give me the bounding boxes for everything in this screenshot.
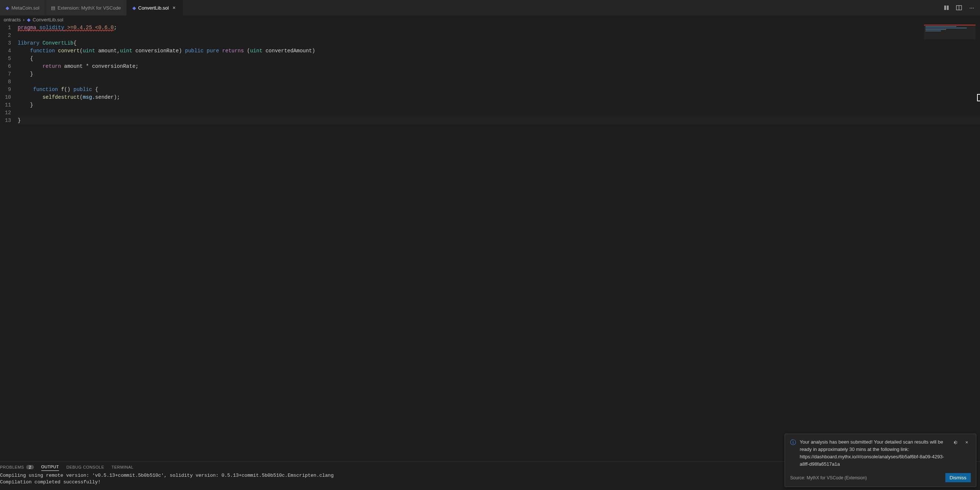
tab-extension[interactable]: ▤ Extension: MythX for VSCode [45, 0, 127, 16]
tabs-bar: ◆ MetaCoin.sol ▤ Extension: MythX for VS… [0, 0, 980, 16]
split-editor-icon[interactable] [955, 4, 963, 12]
ethereum-icon: ◆ [6, 5, 9, 11]
tab-output[interactable]: OUTPUT [41, 465, 59, 471]
editor[interactable]: 1 2 3 4 5 6 7 8 9 10 11 12 13 pragma sol… [0, 24, 980, 461]
breadcrumb-folder: ontracts [4, 17, 21, 22]
close-icon[interactable]: × [963, 438, 971, 447]
notification-source: Source: MythX for VSCode (Extension) [790, 474, 867, 482]
preview-icon: ▤ [51, 5, 55, 11]
notification-message: Your analysis has been submitted! Your d… [800, 438, 947, 468]
tab-label: Extension: MythX for VSCode [57, 5, 121, 11]
tab-metacoin[interactable]: ◆ MetaCoin.sol [0, 0, 45, 16]
tab-debug-console[interactable]: DEBUG CONSOLE [66, 465, 104, 471]
compare-icon[interactable] [942, 4, 950, 12]
breadcrumb[interactable]: ontracts › ◆ ConvertLib.sol [0, 16, 980, 24]
notification-toast: ⓘ Your analysis has been submitted! Your… [784, 434, 976, 487]
dismiss-button[interactable]: Dismiss [945, 473, 971, 482]
info-icon: ⓘ [790, 439, 796, 468]
ethereum-icon: ◆ [27, 17, 30, 22]
chevron-right-icon: › [23, 17, 24, 22]
tab-label: MetaCoin.sol [11, 5, 40, 11]
collapse-indicator-icon[interactable] [977, 94, 980, 101]
gear-icon[interactable] [951, 438, 959, 447]
minimap[interactable] [924, 25, 975, 40]
more-icon[interactable]: ⋯ [967, 4, 975, 12]
line-numbers: 1 2 3 4 5 6 7 8 9 10 11 12 13 [0, 24, 18, 461]
problems-badge: 2 [26, 465, 34, 469]
tab-label: ConvertLib.sol [138, 5, 169, 11]
tab-convertlib[interactable]: ◆ ConvertLib.sol × [127, 0, 183, 16]
tab-problems[interactable]: PROBLEMS 2 [0, 465, 34, 471]
breadcrumb-file: ConvertLib.sol [33, 17, 64, 22]
close-icon[interactable]: × [171, 5, 177, 11]
ethereum-icon: ◆ [132, 5, 136, 11]
tab-terminal[interactable]: TERMINAL [111, 465, 134, 471]
code-content[interactable]: pragma solidity >=0.4.25 <0.6.0; library… [18, 24, 980, 461]
